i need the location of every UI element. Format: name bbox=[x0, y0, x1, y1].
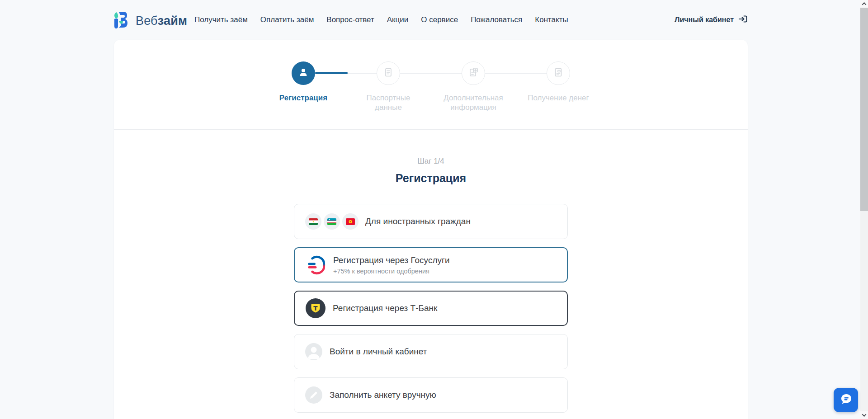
logo-text-bold: займ bbox=[158, 14, 187, 28]
personal-account-label: Личный кабинет bbox=[675, 16, 734, 24]
option-label: Регистрация через Госуслуги bbox=[333, 255, 450, 265]
chat-bubble-icon bbox=[839, 392, 853, 408]
logo[interactable]: Вебзайм bbox=[111, 10, 187, 32]
flag-tajikistan-icon bbox=[305, 213, 321, 230]
top-nav-bar: Вебзайм Получить заём Оплатить заём Вопр… bbox=[0, 0, 868, 40]
option-sublabel: +75% к вероятности одобрения bbox=[333, 268, 450, 275]
step-counter: Шаг 1/4 bbox=[114, 157, 748, 166]
person-icon bbox=[298, 67, 309, 80]
option-login-cabinet[interactable]: Войти в личный кабинет bbox=[294, 334, 568, 369]
step-circle-active bbox=[292, 61, 315, 85]
option-label: Войти в личный кабинет bbox=[330, 347, 427, 357]
option-text-group: Регистрация через Госуслуги +75% к вероя… bbox=[333, 255, 450, 275]
tbank-logo-icon bbox=[306, 298, 326, 318]
scrollbar-thumb[interactable] bbox=[860, 8, 868, 211]
main-menu: Получить заём Оплатить заём Вопрос-ответ… bbox=[194, 0, 568, 40]
step-receive-money: Получение денег bbox=[516, 61, 601, 113]
page-title: Регистрация bbox=[114, 172, 748, 185]
flag-kyrgyzstan-icon bbox=[342, 213, 359, 230]
option-label: Заполнить анкету вручную bbox=[330, 390, 436, 400]
nav-item-get-loan[interactable]: Получить заём bbox=[194, 15, 248, 24]
nav-item-promos[interactable]: Акции bbox=[387, 15, 409, 24]
option-foreign-citizens[interactable]: Для иностранных граждан bbox=[294, 204, 568, 239]
chat-widget-button[interactable] bbox=[834, 388, 858, 412]
logo-text-regular: Веб bbox=[136, 14, 158, 28]
registration-options: Для иностранных граждан bbox=[294, 204, 568, 413]
logo-wordmark: Вебзайм bbox=[136, 14, 187, 28]
option-label: Для иностранных граждан bbox=[365, 217, 471, 226]
money-document-icon bbox=[553, 67, 564, 80]
step-label: Дополнительная информация bbox=[441, 93, 505, 113]
logo-icon bbox=[111, 10, 131, 32]
step-circle bbox=[547, 61, 570, 85]
step-label: Паспортные данные bbox=[363, 93, 414, 113]
progress-stepper: Регистрация Паспортные данные bbox=[114, 40, 748, 130]
step-label: Получение денег bbox=[528, 93, 589, 103]
step-additional-info: Дополнительная информация bbox=[431, 61, 516, 113]
nav-item-contacts[interactable]: Контакты bbox=[535, 15, 568, 24]
step-circle bbox=[377, 61, 400, 85]
nav-item-pay-loan[interactable]: Оплатить заём bbox=[260, 15, 314, 24]
chevron-down-icon bbox=[862, 412, 867, 417]
step-circle bbox=[462, 61, 485, 85]
pencil-icon bbox=[305, 386, 322, 404]
option-manual-form[interactable]: Заполнить анкету вручную bbox=[294, 377, 568, 413]
step-label: Регистрация bbox=[279, 93, 327, 103]
option-label: Регистрация через Т-Банк bbox=[333, 303, 437, 313]
personal-account-link[interactable]: Личный кабинет bbox=[675, 0, 748, 40]
flags-group bbox=[305, 213, 359, 230]
chevron-up-icon bbox=[862, 2, 867, 7]
flag-uzbekistan-icon bbox=[324, 213, 340, 230]
gosuslugi-logo-icon bbox=[306, 254, 327, 276]
vertical-scrollbar[interactable] bbox=[860, 0, 868, 419]
step-registration: Регистрация bbox=[261, 61, 346, 113]
nav-item-complain[interactable]: Пожаловаться bbox=[471, 15, 522, 24]
login-icon bbox=[738, 14, 748, 26]
nav-item-about[interactable]: О сервисе bbox=[421, 15, 458, 24]
option-tbank[interactable]: Регистрация через Т-Банк bbox=[294, 291, 568, 326]
option-gosuslugi[interactable]: Регистрация через Госуслуги +75% к вероя… bbox=[294, 247, 568, 282]
registration-panel: Регистрация Паспортные данные bbox=[114, 40, 748, 419]
scrollbar-up-button[interactable] bbox=[860, 0, 868, 8]
person-icon bbox=[305, 343, 322, 360]
nav-item-faq[interactable]: Вопрос-ответ bbox=[326, 15, 374, 24]
passport-document-icon bbox=[383, 67, 394, 80]
scrollbar-down-button[interactable] bbox=[860, 411, 868, 419]
document-plus-icon bbox=[468, 67, 479, 80]
step-passport-data: Паспортные данные bbox=[346, 61, 431, 113]
